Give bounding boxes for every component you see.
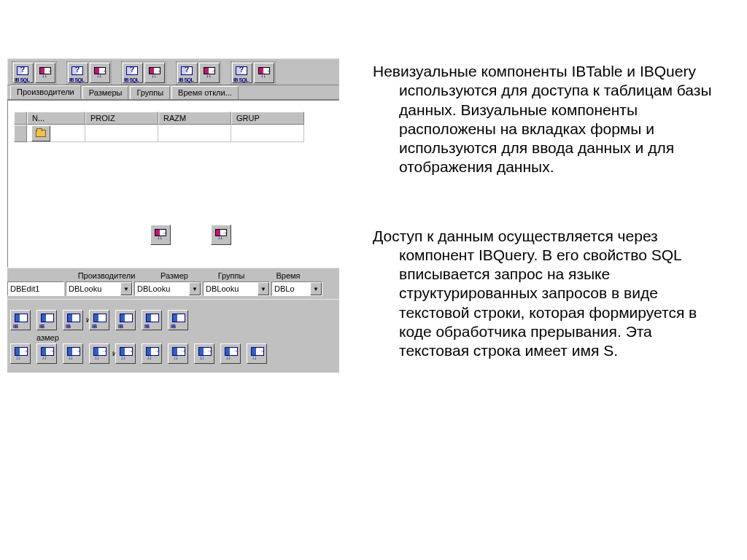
datasource-icon[interactable]: ↓↓→ bbox=[89, 343, 109, 364]
grid-col-proiz[interactable]: PROIZ bbox=[85, 112, 158, 125]
datasource-component[interactable]: ↓↓→ bbox=[211, 225, 231, 245]
datasource-icon[interactable]: ↓↓→ bbox=[168, 343, 188, 364]
component-pair[interactable]: IB SQL ↓↓→ bbox=[176, 61, 221, 85]
ibtable-icon[interactable] bbox=[89, 310, 109, 330]
ibquery-icon[interactable]: IB SQL bbox=[177, 63, 198, 83]
ibtable-icon[interactable] bbox=[168, 310, 188, 330]
dbgrid-header: N... PROIZ RAZM GRUP bbox=[14, 112, 304, 125]
open-folder-button[interactable] bbox=[31, 125, 50, 141]
ibquery-icon[interactable]: IB SQL bbox=[232, 63, 252, 83]
dblookup-combo[interactable]: DBLooku▼ bbox=[134, 281, 201, 296]
explanation-text: Невизуальные компоненты IBTable и IBQuer… bbox=[347, 0, 747, 560]
ibquery-icon[interactable]: IB SQL bbox=[123, 63, 143, 83]
grid-cell[interactable] bbox=[158, 125, 231, 142]
chevron-down-icon[interactable]: ▼ bbox=[189, 282, 201, 295]
grid-col-razm[interactable]: RAZM bbox=[158, 112, 231, 125]
datasource-icon[interactable]: ↓↓→ bbox=[150, 225, 171, 245]
paragraph-1: Невизуальные компоненты IBTable и IBQuer… bbox=[347, 62, 725, 177]
label-manufacturers: Производители bbox=[67, 271, 146, 280]
datasource-icon[interactable]: ↓↓→ bbox=[10, 343, 31, 364]
label-time: Время bbox=[260, 271, 317, 280]
grid-col-n[interactable]: N... bbox=[27, 112, 85, 125]
grid-col-grup[interactable]: GRUP bbox=[231, 112, 304, 125]
form-tabs: Производители Размеры Группы Время откли… bbox=[7, 85, 339, 100]
datasource-icon[interactable]: ↓↓→ bbox=[90, 63, 110, 83]
datasource-icon[interactable]: ↓↓→ bbox=[142, 343, 162, 364]
dblookup-combo[interactable]: DBLo▼ bbox=[271, 281, 322, 296]
component-pair[interactable]: IB SQL ↓↓→ bbox=[12, 61, 57, 85]
grid-row-selector bbox=[14, 112, 27, 125]
datasource-icon[interactable]: ↓↓→ bbox=[115, 343, 136, 364]
component-row: он ит bbox=[10, 310, 336, 330]
ibtable-icon[interactable] bbox=[10, 310, 31, 330]
grid-row-indicator bbox=[14, 125, 27, 142]
component-palette: IB SQL ↓↓→ IB SQL ↓↓→ IB SQL ↓↓→ IB SQL … bbox=[7, 58, 339, 85]
datasource-icon[interactable]: ↓↓→ bbox=[194, 343, 214, 364]
label-size: Размер bbox=[146, 271, 203, 280]
field-labels-bar: Производители Размер Группы Время DBEdit… bbox=[7, 268, 339, 299]
ibtable-icon[interactable] bbox=[142, 310, 162, 330]
ibtable-icon[interactable] bbox=[63, 310, 83, 330]
chevron-down-icon[interactable]: ▼ bbox=[120, 282, 132, 295]
datasource-icon[interactable]: ↓↓→ bbox=[36, 343, 57, 364]
tab-manufacturers[interactable]: Производители bbox=[10, 85, 81, 99]
component-pair[interactable]: IB SQL ↓↓→ bbox=[66, 61, 112, 85]
dblookup-combo[interactable]: DBLooku▼ bbox=[66, 281, 133, 296]
component-pair[interactable]: IB SQL ↓↓→ bbox=[231, 61, 276, 85]
grid-cell[interactable] bbox=[231, 125, 304, 142]
datasource-icon[interactable]: ↓↓→ bbox=[220, 343, 241, 364]
chevron-down-icon[interactable]: ▼ bbox=[258, 282, 269, 295]
paragraph-2: Доступ к данным осуществляется через ком… bbox=[347, 227, 725, 361]
datasource-icon[interactable]: ↓↓→ bbox=[35, 63, 55, 83]
datasource-icon[interactable]: ↓↓→ bbox=[211, 225, 231, 245]
datasource-icon[interactable]: ↓↓→ bbox=[63, 343, 83, 364]
grid-cell-open[interactable] bbox=[27, 125, 85, 142]
chevron-down-icon[interactable]: ▼ bbox=[310, 282, 322, 295]
datasource-icon[interactable]: ↓↓→ bbox=[247, 343, 267, 364]
datasource-component[interactable]: ↓↓→ bbox=[150, 225, 171, 245]
grid-cell[interactable] bbox=[85, 125, 158, 142]
tab-groups[interactable]: Группы bbox=[130, 86, 170, 100]
ibquery-icon[interactable]: IB SQL bbox=[68, 63, 88, 83]
label-groups: Группы bbox=[203, 271, 260, 280]
datasource-icon[interactable]: ↓↓→ bbox=[254, 63, 274, 83]
dbedit1[interactable]: DBEdit1 bbox=[7, 281, 64, 296]
form-designer-surface[interactable]: N... PROIZ RAZM GRUP ↓↓→ ↓↓→ bbox=[7, 100, 339, 268]
dbgrid-row[interactable] bbox=[14, 125, 304, 142]
ibtable-icon[interactable] bbox=[36, 310, 57, 330]
component-row: ип ицы ↓↓→ ↓↓→ ↓↓→ ↓↓→ ↓↓→ ↓↓→ ↓↓→ ↓↓→ ↓… bbox=[10, 343, 336, 364]
datasource-icon[interactable]: ↓↓→ bbox=[199, 63, 220, 83]
dblookup-combo[interactable]: DBLooku▼ bbox=[203, 281, 270, 296]
ibquery-icon[interactable]: IB SQL bbox=[13, 63, 34, 83]
tab-response-time[interactable]: Время откли... bbox=[171, 86, 239, 100]
component-pair[interactable]: IB SQL ↓↓→ bbox=[121, 61, 166, 85]
folder-icon bbox=[36, 130, 46, 137]
nonvisual-components-tray: он ит азмер ип ицы ↓↓→ ↓↓→ ↓↓→ ↓↓→ ↓↓ bbox=[7, 299, 339, 373]
tab-sizes[interactable]: Размеры bbox=[82, 86, 129, 100]
datasource-icon[interactable]: ↓↓→ bbox=[144, 63, 165, 83]
bg-label-fragment: азмер bbox=[36, 333, 59, 342]
ide-screenshot-region: IB SQL ↓↓→ IB SQL ↓↓→ IB SQL ↓↓→ IB SQL … bbox=[7, 58, 339, 373]
ibtable-icon[interactable] bbox=[115, 310, 136, 330]
